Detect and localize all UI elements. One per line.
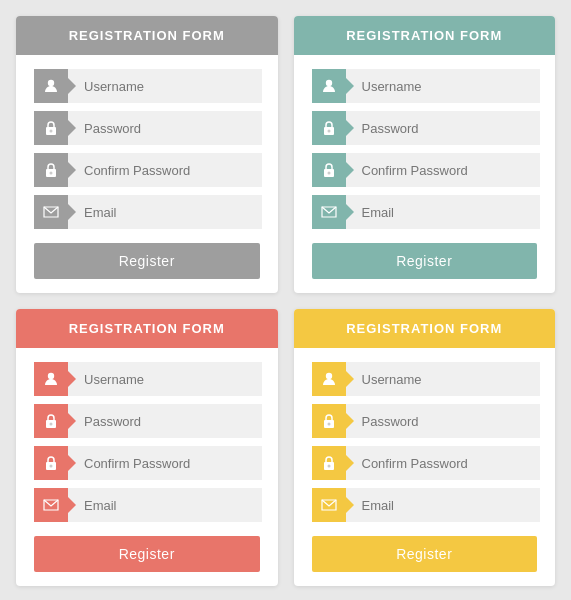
register-button-red[interactable]: Register	[34, 536, 260, 572]
input-username-gray[interactable]	[68, 69, 262, 103]
field-row-yellow-1	[312, 404, 538, 438]
field-row-teal-0	[312, 69, 538, 103]
field-row-yellow-2	[312, 446, 538, 480]
register-button-yellow[interactable]: Register	[312, 536, 538, 572]
svg-point-8	[327, 130, 330, 133]
form-card-teal: REGISTRATION FORM Register	[294, 16, 556, 293]
form-body-teal: Register	[294, 55, 556, 293]
input-confirm-password-gray[interactable]	[68, 153, 262, 187]
input-email-yellow[interactable]	[346, 488, 540, 522]
svg-point-22	[327, 465, 330, 468]
field-row-yellow-0	[312, 362, 538, 396]
field-icon-email-3	[34, 488, 68, 522]
svg-point-0	[48, 80, 54, 86]
field-row-gray-1	[34, 111, 260, 145]
field-icon-lock-1	[312, 404, 346, 438]
svg-point-14	[50, 423, 53, 426]
field-icon-lock-1	[34, 111, 68, 145]
input-email-red[interactable]	[68, 488, 262, 522]
input-confirm-password-teal[interactable]	[346, 153, 540, 187]
input-confirm-password-red[interactable]	[68, 446, 262, 480]
field-icon-user-0	[34, 362, 68, 396]
form-body-red: Register	[16, 348, 278, 586]
forms-grid: REGISTRATION FORM RegisterREGISTRATION F…	[0, 0, 571, 600]
field-row-yellow-3	[312, 488, 538, 522]
form-body-gray: Register	[16, 55, 278, 293]
form-header-red: REGISTRATION FORM	[16, 309, 278, 348]
svg-point-10	[327, 172, 330, 175]
field-icon-lock-2	[312, 446, 346, 480]
field-row-gray-3	[34, 195, 260, 229]
field-icon-user-0	[312, 69, 346, 103]
field-row-gray-2	[34, 153, 260, 187]
svg-point-6	[325, 80, 331, 86]
form-header-gray: REGISTRATION FORM	[16, 16, 278, 55]
input-confirm-password-yellow[interactable]	[346, 446, 540, 480]
field-row-teal-1	[312, 111, 538, 145]
input-username-red[interactable]	[68, 362, 262, 396]
svg-point-4	[50, 172, 53, 175]
register-button-gray[interactable]: Register	[34, 243, 260, 279]
field-row-red-2	[34, 446, 260, 480]
field-icon-lock-2	[34, 446, 68, 480]
field-icon-user-0	[312, 362, 346, 396]
form-card-yellow: REGISTRATION FORM Register	[294, 309, 556, 586]
field-icon-lock-2	[34, 153, 68, 187]
form-card-gray: REGISTRATION FORM Register	[16, 16, 278, 293]
field-row-red-0	[34, 362, 260, 396]
svg-point-2	[50, 130, 53, 133]
input-username-teal[interactable]	[346, 69, 540, 103]
field-row-gray-0	[34, 69, 260, 103]
field-row-red-1	[34, 404, 260, 438]
svg-point-18	[325, 373, 331, 379]
input-password-red[interactable]	[68, 404, 262, 438]
field-icon-lock-1	[34, 404, 68, 438]
svg-point-12	[48, 373, 54, 379]
input-password-teal[interactable]	[346, 111, 540, 145]
field-row-teal-2	[312, 153, 538, 187]
field-icon-lock-1	[312, 111, 346, 145]
field-row-teal-3	[312, 195, 538, 229]
form-header-yellow: REGISTRATION FORM	[294, 309, 556, 348]
input-password-yellow[interactable]	[346, 404, 540, 438]
input-password-gray[interactable]	[68, 111, 262, 145]
field-icon-email-3	[312, 195, 346, 229]
field-icon-email-3	[34, 195, 68, 229]
form-header-teal: REGISTRATION FORM	[294, 16, 556, 55]
input-email-gray[interactable]	[68, 195, 262, 229]
field-icon-email-3	[312, 488, 346, 522]
input-email-teal[interactable]	[346, 195, 540, 229]
form-body-yellow: Register	[294, 348, 556, 586]
form-card-red: REGISTRATION FORM Register	[16, 309, 278, 586]
field-icon-lock-2	[312, 153, 346, 187]
svg-point-20	[327, 423, 330, 426]
field-row-red-3	[34, 488, 260, 522]
field-icon-user-0	[34, 69, 68, 103]
register-button-teal[interactable]: Register	[312, 243, 538, 279]
input-username-yellow[interactable]	[346, 362, 540, 396]
svg-point-16	[50, 465, 53, 468]
